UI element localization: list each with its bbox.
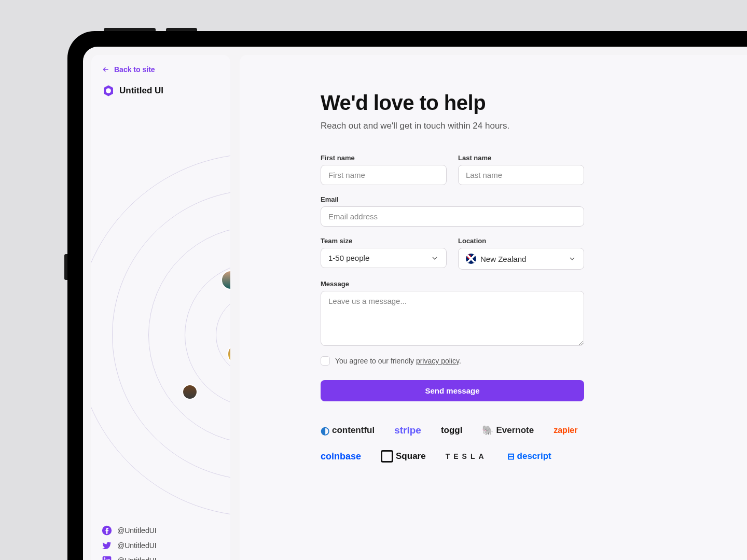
logo-icon bbox=[102, 84, 115, 97]
logo-descript: descript bbox=[507, 451, 551, 462]
message-label: Message bbox=[321, 280, 584, 288]
partner-logos: contentful stripe toggl Evernote zapier … bbox=[321, 424, 584, 463]
brand-logo[interactable]: Untitled UI bbox=[102, 84, 220, 97]
last-name-input[interactable] bbox=[458, 165, 584, 185]
location-label: Location bbox=[458, 237, 584, 245]
team-size-value: 1-50 people bbox=[328, 254, 369, 262]
logo-tesla: TESLA bbox=[446, 452, 488, 460]
social-facebook[interactable]: @UntitledUI bbox=[102, 525, 220, 536]
location-value: New Zealand bbox=[480, 255, 526, 263]
logo-coinbase: coinbase bbox=[321, 451, 361, 462]
logo-stripe: stripe bbox=[394, 425, 421, 436]
linkedin-icon bbox=[102, 555, 112, 560]
arrow-left-icon bbox=[102, 65, 110, 74]
orbit-illustration bbox=[91, 148, 230, 459]
social-handle: @UntitledUI bbox=[117, 556, 157, 560]
team-size-select[interactable]: 1-50 people bbox=[321, 248, 447, 268]
chevron-down-icon bbox=[568, 255, 576, 263]
logo-zapier: zapier bbox=[554, 426, 577, 435]
submit-button[interactable]: Send message bbox=[321, 380, 584, 401]
page-subtitle: Reach out and we'll get in touch within … bbox=[321, 121, 584, 131]
svg-point-5 bbox=[104, 557, 105, 559]
brand-name: Untitled UI bbox=[119, 86, 163, 96]
page-title: We'd love to help bbox=[321, 91, 584, 115]
email-label: Email bbox=[321, 195, 584, 203]
policy-checkbox[interactable] bbox=[321, 356, 330, 366]
social-handle: @UntitledUI bbox=[117, 526, 157, 535]
main-content: We'd love to help Reach out and we'll ge… bbox=[240, 55, 747, 560]
avatar bbox=[227, 343, 230, 366]
location-select[interactable]: New Zealand bbox=[458, 248, 584, 270]
first-name-label: First name bbox=[321, 154, 447, 162]
message-textarea[interactable] bbox=[321, 291, 584, 346]
social-twitter[interactable]: @UntitledUI bbox=[102, 540, 220, 551]
flag-icon bbox=[466, 254, 476, 264]
logo-evernote: Evernote bbox=[482, 425, 534, 436]
svg-rect-3 bbox=[103, 556, 112, 560]
email-input[interactable] bbox=[321, 206, 584, 227]
social-links: @UntitledUI @UntitledUI @UntitledUI @Unt… bbox=[102, 525, 220, 560]
device-button bbox=[64, 254, 67, 280]
team-size-label: Team size bbox=[321, 237, 447, 245]
social-linkedin[interactable]: @UntitledUI bbox=[102, 555, 220, 560]
first-name-input[interactable] bbox=[321, 165, 447, 185]
policy-text: You agree to our friendly privacy policy… bbox=[335, 357, 461, 365]
privacy-policy-link[interactable]: privacy policy bbox=[416, 357, 459, 365]
back-link[interactable]: Back to site bbox=[102, 65, 220, 74]
facebook-icon bbox=[102, 525, 112, 536]
last-name-label: Last name bbox=[458, 154, 584, 162]
logo-toggl: toggl bbox=[441, 425, 463, 436]
chevron-down-icon bbox=[431, 254, 439, 262]
avatar bbox=[182, 384, 198, 400]
social-handle: @UntitledUI bbox=[117, 541, 157, 550]
app-screen: Back to site Untitled UI @UntitledUI bbox=[83, 47, 747, 560]
svg-point-1 bbox=[106, 88, 111, 93]
avatar bbox=[221, 270, 230, 290]
twitter-icon bbox=[102, 540, 112, 551]
sidebar: Back to site Untitled UI @UntitledUI bbox=[91, 55, 230, 560]
logo-square: Square bbox=[381, 450, 426, 463]
device-frame: Back to site Untitled UI @UntitledUI bbox=[67, 31, 747, 560]
back-label: Back to site bbox=[114, 65, 155, 74]
logo-contentful: contentful bbox=[321, 424, 375, 437]
